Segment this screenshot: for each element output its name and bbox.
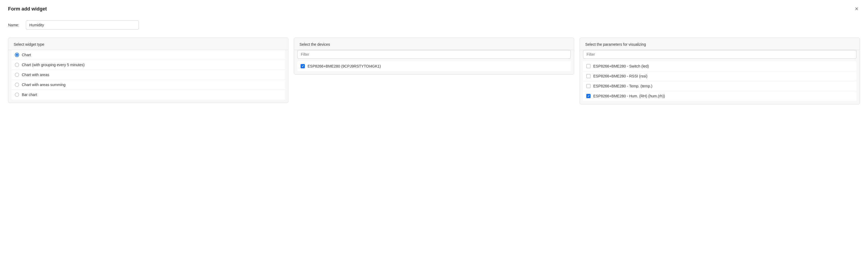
parameters-panel: Select the parameters for visualizing ES… xyxy=(580,38,860,104)
parameters-filter-input[interactable] xyxy=(583,50,857,59)
radio-chart-group xyxy=(15,63,19,67)
radio-chart-areas-sum xyxy=(15,83,19,87)
close-button[interactable]: × xyxy=(853,5,860,12)
list-item[interactable]: ESP8266+BME280 - Temp. (temp.) xyxy=(583,81,857,91)
option-label: Chart with areas summing xyxy=(22,83,66,87)
checkbox-switch-led xyxy=(586,64,591,68)
widget-type-panel-header: Select widget type xyxy=(8,38,288,50)
checkbox-temp xyxy=(586,84,591,88)
widget-type-panel: Select widget type Chart Chart (with gro… xyxy=(8,38,288,103)
param-label: ESP8266+BME280 - Hum. (RH) (hum.(rh)) xyxy=(593,94,665,98)
device-label: ESP8266+BME280 (9CPJ9RSTYTOI4GK1) xyxy=(308,64,381,68)
option-label: Chart xyxy=(22,53,31,57)
devices-filter-input[interactable] xyxy=(297,50,571,59)
parameters-panel-body: ESP8266+BME280 - Switch (led) ESP8266+BM… xyxy=(580,50,860,104)
checkbox-hum-rh xyxy=(586,94,591,98)
radio-chart-areas xyxy=(15,73,19,77)
checkbox-rssi xyxy=(586,74,591,78)
param-label: ESP8266+BME280 - Switch (led) xyxy=(593,64,649,68)
devices-panel-header: Select the devices xyxy=(294,38,574,50)
name-input[interactable] xyxy=(26,21,139,30)
parameters-panel-header: Select the parameters for visualizing xyxy=(580,38,860,50)
list-item[interactable]: ESP8266+BME280 - Switch (led) xyxy=(583,61,857,71)
name-row: Name: xyxy=(8,21,860,30)
list-item[interactable]: Chart (with grouping every 5 minutes) xyxy=(11,60,285,70)
list-item[interactable]: ESP8266+BME280 - Hum. (RH) (hum.(rh)) xyxy=(583,91,857,101)
checkbox-esp8266-bme280 xyxy=(301,64,305,68)
radio-bar-chart xyxy=(15,93,19,97)
list-item[interactable]: Chart with areas xyxy=(11,70,285,80)
list-item[interactable]: ESP8266+BME280 - RSSI (rssi) xyxy=(583,71,857,81)
widget-type-option-list: Chart Chart (with grouping every 5 minut… xyxy=(11,50,285,100)
panels-row: Select widget type Chart Chart (with gro… xyxy=(8,38,860,104)
list-item[interactable]: Bar chart xyxy=(11,90,285,100)
radio-chart xyxy=(15,53,19,57)
devices-panel: Select the devices ESP8266+BME280 (9CPJ9… xyxy=(294,38,574,74)
list-item[interactable]: Chart with areas summing xyxy=(11,80,285,90)
parameters-option-list: ESP8266+BME280 - Switch (led) ESP8266+BM… xyxy=(583,61,857,101)
list-item[interactable]: Chart xyxy=(11,50,285,60)
dialog-title: Form add widget xyxy=(8,6,47,12)
name-label: Name: xyxy=(8,23,22,27)
dialog-header: Form add widget × xyxy=(8,5,860,12)
option-label: Chart with areas xyxy=(22,73,49,77)
option-label: Bar chart xyxy=(22,93,37,97)
option-label: Chart (with grouping every 5 minutes) xyxy=(22,63,85,67)
list-item[interactable]: ESP8266+BME280 (9CPJ9RSTYTOI4GK1) xyxy=(297,61,571,71)
param-label: ESP8266+BME280 - RSSI (rssi) xyxy=(593,74,647,78)
widget-type-panel-body: Chart Chart (with grouping every 5 minut… xyxy=(8,50,288,103)
devices-panel-body: ESP8266+BME280 (9CPJ9RSTYTOI4GK1) xyxy=(294,50,574,74)
param-label: ESP8266+BME280 - Temp. (temp.) xyxy=(593,84,652,88)
